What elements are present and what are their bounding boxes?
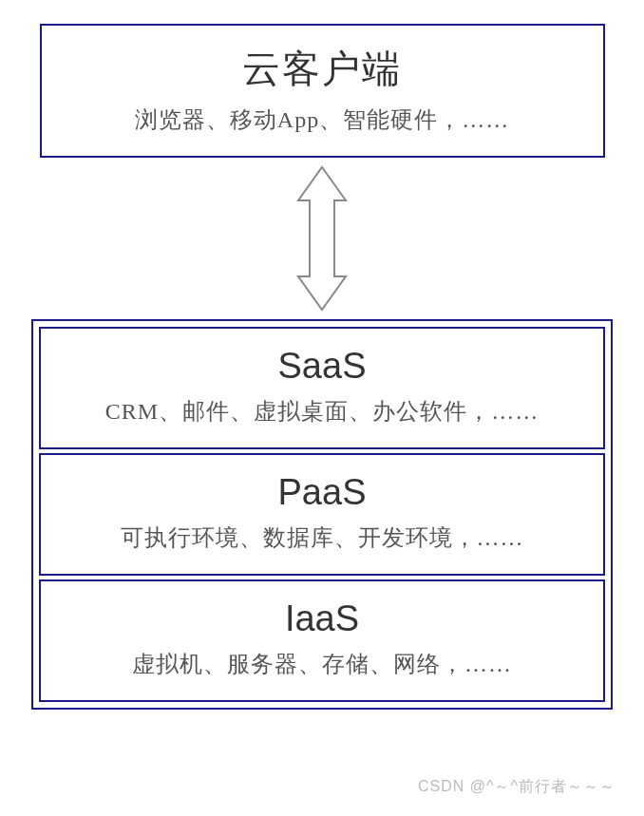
cloud-client-title: 云客户端: [51, 43, 594, 95]
paas-layer-box: PaaS 可执行环境、数据库、开发环境，……: [39, 453, 605, 576]
saas-layer-box: SaaS CRM、邮件、虚拟桌面、办公软件，……: [39, 327, 605, 449]
svg-marker-0: [298, 167, 346, 310]
saas-subtitle: CRM、邮件、虚拟桌面、办公软件，……: [50, 396, 594, 427]
iaas-layer-box: IaaS 虚拟机、服务器、存储、网络，……: [39, 579, 605, 702]
cloud-stack-container: SaaS CRM、邮件、虚拟桌面、办公软件，…… PaaS 可执行环境、数据库、…: [31, 319, 613, 710]
saas-title: SaaS: [50, 346, 594, 387]
cloud-architecture-diagram: 云客户端 浏览器、移动App、智能硬件，…… SaaS CRM、邮件、虚拟桌面、…: [28, 24, 616, 710]
paas-title: PaaS: [50, 472, 594, 513]
iaas-title: IaaS: [50, 598, 594, 639]
bidirectional-arrow-icon: [275, 162, 369, 314]
watermark-text: CSDN @^～^前行者～～～: [418, 777, 616, 797]
paas-subtitle: 可执行环境、数据库、开发环境，……: [50, 522, 594, 553]
cloud-client-box: 云客户端 浏览器、移动App、智能硬件，……: [40, 24, 605, 158]
iaas-subtitle: 虚拟机、服务器、存储、网络，……: [50, 649, 594, 679]
cloud-client-subtitle: 浏览器、移动App、智能硬件，……: [51, 104, 594, 135]
